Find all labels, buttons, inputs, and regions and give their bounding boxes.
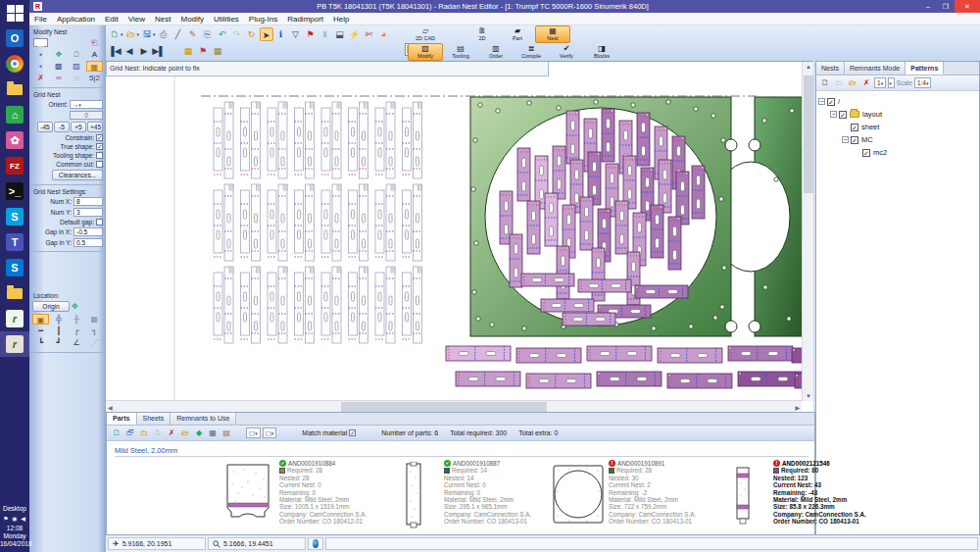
origin-button[interactable]: Origin — [32, 301, 70, 312]
modify-nest-tool-9[interactable]: ▩ — [50, 61, 67, 72]
menu-edit[interactable]: Edit — [100, 15, 123, 24]
paint-icon[interactable]: ✿ — [0, 127, 29, 153]
tree-checkbox[interactable]: ✓ — [851, 136, 858, 144]
cube-icon[interactable]: ◆ — [193, 427, 205, 439]
save-icon-dropdown[interactable]: ▾ — [153, 31, 156, 37]
store-icon[interactable]: ⌂ — [0, 102, 29, 127]
book-icon[interactable]: ▤ — [220, 427, 232, 439]
refresh-icon[interactable]: ↻ — [245, 27, 259, 41]
desktop-label[interactable]: Desktop — [0, 505, 29, 512]
location-tool-1[interactable]: ╬ — [50, 314, 67, 325]
new-pattern-icon[interactable]: 🗋 — [819, 77, 831, 89]
radan-editor-icon[interactable]: r — [0, 331, 29, 357]
tab-nests[interactable]: Nests — [816, 62, 845, 75]
menu-plug-ins[interactable]: Plug-Ins — [244, 15, 282, 24]
print-icon[interactable]: ⎙ — [157, 27, 171, 41]
mode-button-verify[interactable]: ✔Verify — [549, 43, 584, 61]
tree-expander[interactable]: − — [842, 136, 849, 143]
tab-remnants-mode[interactable]: Remnants Mode — [845, 62, 906, 75]
modify-nest-tool-11[interactable]: ▦ — [86, 61, 103, 72]
tree-checkbox[interactable]: ✓ — [851, 124, 858, 131]
new-icon[interactable]: 🗋 — [108, 27, 122, 41]
menu-utilities[interactable]: Utilities — [209, 15, 244, 24]
tree-expander[interactable]: − — [818, 98, 825, 105]
angle-button--45[interactable]: -45 — [37, 122, 53, 132]
folder-closed-icon[interactable]: 🗀 — [833, 77, 845, 89]
folder-icon[interactable]: 🗁 — [179, 427, 191, 439]
skype-icon[interactable]: S — [0, 204, 29, 229]
prev-icon[interactable]: ◀ — [122, 44, 136, 58]
location-tool-6[interactable]: ┏ — [69, 326, 85, 336]
modify-nest-tool-14[interactable]: ◌ — [69, 73, 85, 83]
pattern-filter-dropdown[interactable]: ▾ — [888, 77, 895, 88]
part-card[interactable]: !AND0002121546Required: 80Nested: 123Cur… — [710, 460, 873, 532]
gap1[interactable] — [167, 44, 180, 58]
commoncut-checkbox[interactable] — [96, 161, 103, 168]
copy-icon[interactable]: ⎘ — [201, 27, 215, 41]
mode-button-compile[interactable]: ≣Compile — [514, 43, 549, 61]
add-part-icon[interactable]: 🗋 — [111, 427, 122, 439]
num-y-field[interactable]: 3 — [74, 208, 103, 217]
taskbar-clock[interactable]: 12:08 Monday 16/04/2018 — [0, 525, 29, 548]
modify-nest-tool-10[interactable]: ▨ — [69, 61, 85, 72]
num-x-field[interactable]: 8 — [74, 197, 103, 206]
open-icon[interactable]: 🗁 — [124, 27, 138, 41]
undo-icon[interactable]: ↶ — [216, 27, 229, 41]
tree-node-MC[interactable]: −✓MC — [818, 133, 977, 146]
location-tool-9[interactable]: ┛ — [50, 337, 67, 348]
part-card[interactable]: ✓AND0001910884Required: 28Nested: 28Curr… — [217, 460, 379, 532]
menu-file[interactable]: File — [29, 15, 52, 24]
nest-canvas[interactable]: Grid Nest: Indicate point to fix ▲ ▼ ◀ ▶ — [106, 61, 813, 412]
start-icon[interactable] — [0, 0, 29, 25]
monitor-icon[interactable]: ⬓ — [333, 27, 347, 41]
menu-radimport[interactable]: Radimport — [282, 15, 328, 24]
delete-icon[interactable]: ✗ — [860, 77, 872, 89]
location-tool-0[interactable]: ▣ — [32, 314, 49, 325]
horizontal-scrollbar[interactable]: ◀ ▶ — [106, 400, 802, 412]
modify-nest-tool-12[interactable]: ✗ — [32, 73, 49, 83]
scale-dropdown[interactable]: 1:4▾ — [914, 77, 932, 88]
location-tool-4[interactable]: ━ — [32, 326, 49, 336]
angle-button--5[interactable]: -5 — [54, 122, 70, 132]
modify-nest-tool-7[interactable]: A — [86, 49, 103, 60]
tree-node-sheet[interactable]: ✓sheet — [818, 121, 977, 133]
clearances-button[interactable]: Clearances... — [52, 170, 103, 180]
outlook-icon[interactable]: O — [0, 25, 29, 51]
new-icon-dropdown[interactable]: ▾ — [121, 31, 123, 37]
remove-part-icon[interactable]: ✗ — [166, 427, 177, 439]
gap-x-field[interactable]: -0.5 — [74, 227, 103, 236]
toolingshape-checkbox[interactable] — [96, 152, 103, 159]
folder-icon[interactable] — [0, 280, 29, 306]
tree-node-root[interactable]: −✓/ — [818, 95, 977, 108]
angle-button-+5[interactable]: +5 — [71, 122, 86, 132]
constrain-checkbox[interactable]: ✓ — [96, 134, 103, 141]
location-tool-3[interactable]: ▦ — [86, 314, 103, 325]
gap-y-field[interactable]: 0.5 — [74, 238, 103, 247]
vertical-scrollbar[interactable]: ▲ ▼ — [802, 62, 813, 401]
menu-nest[interactable]: Nest — [150, 15, 175, 24]
mode-button-order[interactable]: ▥Order — [478, 43, 514, 61]
tree-node-layout[interactable]: −✓layout — [818, 108, 977, 121]
view-mode-dropdown[interactable]: ▢▾ — [246, 427, 261, 438]
tree-checkbox[interactable]: ✓ — [839, 111, 847, 119]
pencil-icon[interactable]: ✎ — [186, 27, 200, 41]
location-tool-7[interactable]: ┓ — [86, 326, 103, 336]
mode-button-blocks[interactable]: ◨Blocks — [584, 43, 619, 61]
menu-view[interactable]: View — [123, 15, 150, 24]
tree-expander[interactable]: − — [830, 111, 837, 118]
location-tool-11[interactable]: ⋰ — [86, 337, 103, 348]
fence-icon[interactable]: ⧘⧘ — [318, 27, 332, 41]
minimize-button[interactable]: – — [919, 0, 937, 13]
explorer-icon[interactable] — [0, 76, 29, 102]
modify-nest-tool-6[interactable]: 🗋 — [69, 49, 85, 60]
bookmark-icon[interactable]: ⚑ — [304, 27, 318, 41]
mode-button-2d[interactable]: 🗎2D — [465, 25, 500, 43]
edit-part-icon[interactable]: 🗗 — [124, 427, 136, 439]
maximize-button[interactable]: ❐ — [937, 0, 955, 13]
open-icon-dropdown[interactable]: ▾ — [137, 31, 140, 37]
modify-nest-tool-15[interactable]: 5|2 — [86, 73, 103, 83]
terminal-icon[interactable]: >_ — [0, 178, 29, 204]
tab-sheets[interactable]: Sheets — [137, 413, 172, 425]
refresh-parts-icon[interactable]: ↻ — [152, 427, 164, 439]
tree-node-mc2[interactable]: ✓mc2 — [818, 146, 977, 159]
